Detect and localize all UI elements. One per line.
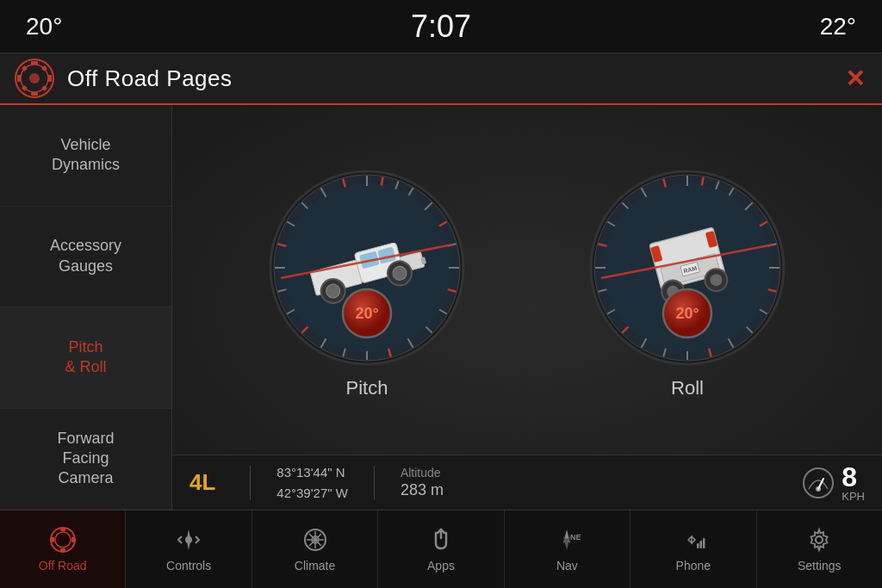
svg-rect-4 (17, 75, 21, 82)
settings-icon (805, 526, 833, 554)
roll-gauge: RAM (588, 169, 786, 367)
temp-left: 20° (26, 13, 62, 40)
apps-icon (427, 526, 455, 554)
drive-mode: 4L (189, 469, 215, 496)
divider2 (374, 466, 375, 500)
svg-rect-2 (31, 61, 38, 65)
nav-item-off-road[interactable]: Off Road (0, 511, 126, 588)
nav-item-settings[interactable]: Settings (757, 511, 882, 588)
coordinates: 83°13'44" N 42°39'27" W (276, 462, 348, 504)
svg-point-10 (29, 73, 40, 84)
svg-line-56 (702, 177, 704, 186)
speed-section: 8 KPH (802, 463, 865, 502)
svg-line-15 (382, 177, 383, 186)
svg-rect-100 (51, 537, 54, 542)
pitch-label: Pitch (346, 377, 388, 399)
svg-rect-98 (60, 528, 65, 531)
tire-track-icon (14, 58, 55, 99)
svg-point-93 (804, 468, 833, 498)
header: Off Road Pages ✕ (0, 53, 882, 105)
nav-label-settings: Settings (798, 559, 842, 573)
svg-rect-99 (60, 548, 65, 552)
roll-gauge-container: RAM (588, 169, 786, 399)
divider (250, 466, 251, 500)
status-bar: 4L 83°13'44" N 42°39'27" W Altitude 283 … (172, 455, 882, 510)
altitude-label: Altitude (401, 466, 441, 480)
roll-label: Roll (671, 377, 704, 399)
climate-icon (301, 526, 329, 554)
pitch-gauge: 20° (268, 169, 466, 367)
svg-rect-110 (699, 541, 702, 548)
sidebar-item-pitch-roll[interactable]: Pitch & Roll (0, 307, 171, 409)
nav-label-off-road: Off Road (39, 559, 87, 573)
svg-point-97 (55, 532, 71, 548)
svg-rect-101 (71, 537, 75, 542)
svg-text:NE: NE (570, 533, 581, 542)
svg-rect-109 (697, 543, 699, 548)
nav-icon: NE (553, 526, 581, 554)
nav-label-nav: Nav (556, 559, 578, 573)
speed-unit: KPH (842, 491, 865, 502)
sidebar: Vehicle Dynamics Accessory Gauges Pitch … (0, 105, 172, 510)
phone-icon (680, 526, 707, 554)
content-area: 20° Pitch (172, 105, 882, 510)
svg-rect-3 (31, 92, 38, 96)
svg-point-102 (185, 536, 192, 543)
main-content: Vehicle Dynamics Accessory Gauges Pitch … (0, 105, 882, 510)
speed-value: 8 (842, 463, 865, 491)
header-title: Off Road Pages (67, 65, 233, 92)
close-button[interactable]: ✕ (845, 65, 865, 93)
nav-item-controls[interactable]: Controls (126, 511, 252, 588)
coords-north: 83°13'44" N (276, 462, 348, 483)
controls-icon (175, 526, 202, 554)
off-road-icon (49, 526, 77, 554)
bottom-nav: Off Road Controls Climate Apps (0, 510, 882, 588)
coords-west: 42°39'27" W (276, 483, 348, 504)
sidebar-item-forward-camera[interactable]: Forward Facing Camera (0, 409, 171, 511)
sidebar-item-vehicle-dynamics[interactable]: Vehicle Dynamics (0, 105, 171, 207)
svg-rect-5 (48, 75, 52, 82)
pitch-gauge-container: 20° Pitch (268, 169, 466, 399)
nav-label-phone: Phone (676, 559, 711, 573)
nav-label-climate: Climate (295, 559, 335, 573)
svg-point-112 (816, 536, 823, 543)
nav-item-climate[interactable]: Climate (252, 511, 378, 588)
temp-right: 22° (820, 13, 856, 40)
clock: 7:07 (411, 9, 471, 45)
altitude-value: 283 m (401, 481, 444, 499)
nav-item-nav[interactable]: NE Nav (505, 511, 630, 588)
nav-item-apps[interactable]: Apps (378, 511, 504, 588)
gauges-area: 20° Pitch (172, 105, 882, 455)
altitude-section: Altitude 283 m (401, 466, 444, 499)
svg-text:20°: 20° (355, 305, 378, 322)
svg-point-96 (51, 528, 75, 552)
sidebar-item-accessory-gauges[interactable]: Accessory Gauges (0, 207, 171, 308)
top-bar: 20° 7:07 22° (0, 0, 882, 53)
nav-label-controls: Controls (166, 559, 211, 573)
svg-text:20°: 20° (675, 305, 699, 322)
speedometer-icon (802, 467, 835, 499)
svg-rect-111 (703, 538, 705, 548)
nav-label-apps: Apps (427, 559, 455, 573)
nav-item-phone[interactable]: Phone (630, 511, 756, 588)
